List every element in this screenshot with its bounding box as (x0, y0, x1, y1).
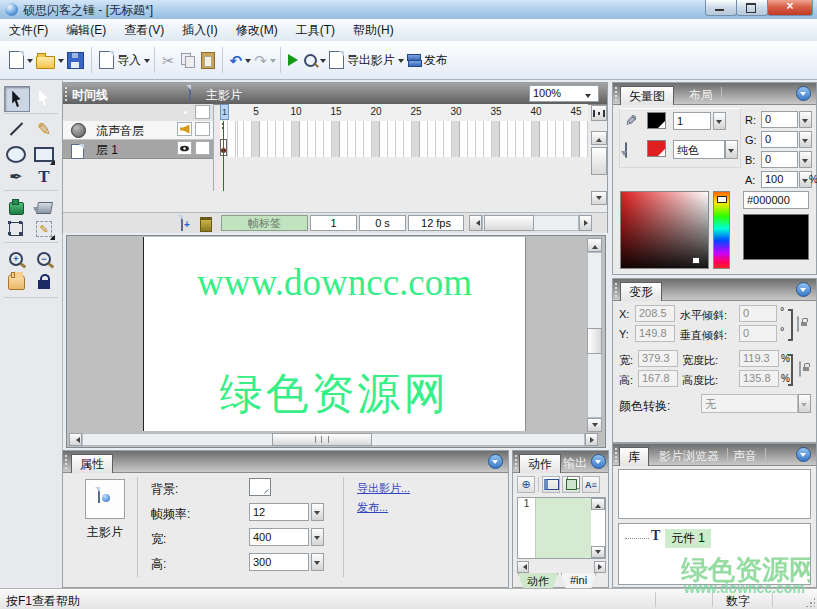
tab-transform[interactable]: 变形 (620, 282, 662, 301)
skew-h-input[interactable]: 0 (739, 305, 777, 322)
frame-ruler[interactable]: 5 10 15 20 25 30 35 40 45 1 (220, 104, 588, 122)
script-editor[interactable]: 1 (517, 497, 606, 559)
menu-tools[interactable]: 工具(T) (287, 19, 344, 41)
open-button[interactable] (33, 46, 58, 74)
play-button[interactable] (285, 46, 301, 74)
script-reference-button[interactable] (542, 476, 560, 493)
height-ratio-input[interactable]: 135.8 (739, 370, 779, 387)
timeline-scroll-up[interactable] (591, 131, 607, 145)
tab-properties[interactable]: 属性 (71, 454, 113, 473)
stage-width-spinner[interactable] (311, 528, 324, 546)
export-movie-link[interactable]: 导出影片... (357, 481, 410, 496)
canvas-scroll-up[interactable] (587, 238, 602, 252)
skew-v-input[interactable]: 0 (739, 325, 777, 342)
background-color-swatch[interactable] (249, 478, 271, 496)
maximize-button[interactable] (736, 0, 768, 16)
width-ratio-input[interactable]: 119.3 (739, 350, 779, 367)
layer-row-1[interactable]: 层 1 (63, 140, 213, 159)
preview-button[interactable] (301, 46, 320, 74)
cut-button[interactable]: ✂ (159, 46, 178, 74)
script-tab-ini[interactable]: #ini (561, 573, 596, 589)
scene-name[interactable]: 主影片 (206, 87, 242, 104)
script-scroll-up[interactable] (591, 498, 605, 510)
skew-lock-icon[interactable] (797, 316, 799, 332)
stage-height-spinner[interactable] (311, 553, 324, 571)
panel-grip[interactable] (65, 87, 70, 101)
rectangle-tool[interactable] (32, 142, 56, 166)
script-tab-actions[interactable]: 动作 (518, 573, 558, 589)
lock-column-cell[interactable] (195, 105, 210, 119)
save-button[interactable] (64, 46, 87, 74)
hex-color-input[interactable]: #000000 (743, 191, 809, 209)
frames-grid[interactable] (220, 121, 588, 157)
stroke-color-swatch[interactable] (647, 112, 666, 129)
g-spinner[interactable] (799, 131, 812, 148)
timeline-scroll-down[interactable] (591, 191, 607, 205)
script-scroll-left[interactable] (517, 561, 529, 573)
library-item-symbol1[interactable]: 元件 1 (665, 529, 711, 548)
stroke-width-input[interactable]: 1 (673, 112, 711, 130)
collapse-chevron-icon[interactable] (796, 282, 811, 297)
height-input[interactable]: 167.8 (638, 370, 678, 387)
stage-height-input[interactable]: 300 (249, 553, 309, 571)
visibility-cell[interactable] (177, 141, 192, 155)
code-area[interactable] (536, 498, 591, 558)
y-input[interactable]: 149.8 (635, 325, 675, 342)
menu-file[interactable]: 文件(F) (0, 19, 57, 41)
free-transform-tool[interactable] (4, 217, 28, 241)
library-tree[interactable]: T 元件 1 绿色资源网 (618, 523, 811, 585)
insert-layer-icon[interactable] (181, 215, 183, 231)
pencil-tool[interactable]: ✎ (32, 117, 56, 141)
panel-grip[interactable] (65, 455, 70, 469)
canvas-workspace[interactable]: www.downcc.com 绿色资源网 (66, 235, 606, 448)
hue-bar[interactable] (713, 191, 730, 269)
publish-link[interactable]: 发布... (357, 500, 388, 515)
collapse-chevron-icon[interactable] (591, 454, 606, 469)
lock-tool[interactable] (32, 270, 56, 294)
r-spinner[interactable] (799, 111, 812, 128)
center-frame-button[interactable] (591, 105, 607, 121)
close-button[interactable] (767, 0, 813, 16)
color-field[interactable] (620, 191, 709, 269)
paint-bucket-tool[interactable] (32, 194, 56, 218)
layer-name[interactable]: 层 1 (96, 142, 118, 159)
timeline-hscroll-thumb[interactable] (484, 215, 534, 231)
ink-bottle-tool[interactable] (4, 194, 28, 218)
x-input[interactable]: 208.5 (635, 305, 675, 322)
fill-type-select[interactable]: 纯色 (673, 140, 725, 159)
script-pages-button[interactable] (562, 476, 580, 493)
g-input[interactable]: 0 (761, 131, 798, 148)
redo-dropdown-icon[interactable] (270, 59, 276, 66)
tab-sound[interactable]: 声音 (725, 448, 766, 465)
zoom-out-tool[interactable]: − (32, 247, 56, 271)
text-tool[interactable]: T (32, 165, 56, 189)
stage[interactable]: www.downcc.com 绿色资源网 (143, 237, 526, 431)
timeline-scroll-thumb[interactable] (591, 147, 607, 175)
line-tool[interactable] (4, 117, 28, 141)
a-input[interactable]: 100 (761, 171, 798, 188)
auto-format-button[interactable]: A≡ (582, 476, 600, 493)
selection-tool[interactable] (4, 86, 30, 112)
collapse-chevron-icon[interactable] (796, 447, 811, 462)
menu-edit[interactable]: 编辑(E) (57, 19, 115, 41)
collapse-chevron-icon[interactable] (488, 454, 503, 469)
fill-color-swatch[interactable] (647, 140, 666, 157)
color-convert-dropdown[interactable] (798, 394, 811, 413)
copy-button[interactable] (178, 46, 198, 74)
frame-label-box[interactable]: 帧标签 (221, 215, 308, 231)
canvas-scroll-left[interactable] (69, 433, 82, 446)
new-button[interactable] (6, 46, 27, 74)
delete-layer-trash-icon[interactable] (200, 217, 212, 232)
timeline-hscroll-right[interactable] (579, 215, 592, 231)
redo-button[interactable]: ↷ (251, 46, 270, 74)
tab-vector[interactable]: 矢量图 (620, 86, 674, 105)
import-button[interactable]: 导入 (96, 46, 144, 74)
subselection-tool[interactable] (32, 86, 56, 110)
timeline-hscroll-left[interactable] (469, 215, 482, 231)
canvas-scroll-down[interactable] (587, 418, 602, 432)
lock-cell[interactable] (195, 141, 210, 155)
resize-grip[interactable] (805, 597, 815, 607)
menu-view[interactable]: 查看(V) (115, 19, 173, 41)
ellipse-tool[interactable] (4, 142, 28, 166)
tab-layout[interactable]: 布局 (681, 87, 722, 104)
